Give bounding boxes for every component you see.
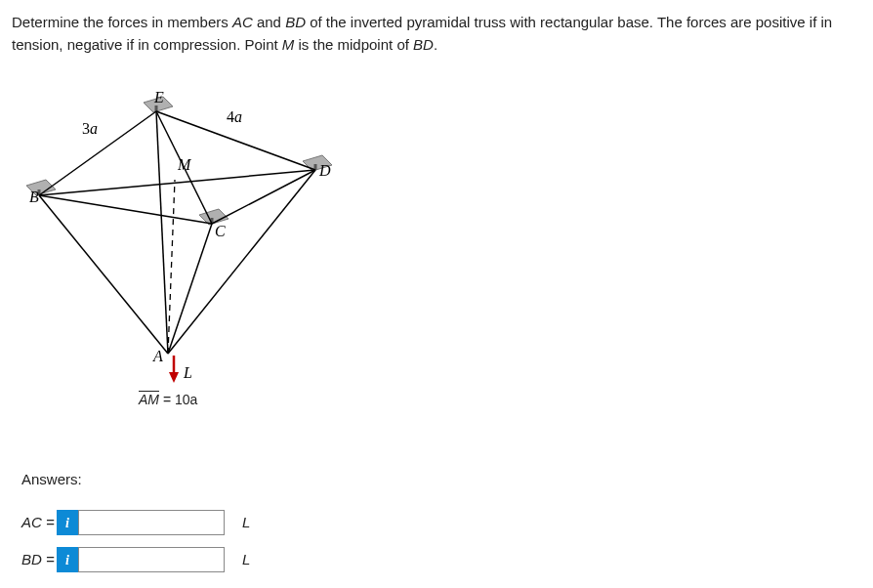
am-value: = 10a xyxy=(159,392,197,407)
text: . xyxy=(434,36,437,53)
svg-line-17 xyxy=(168,224,212,354)
answer-unit-ac: L xyxy=(242,512,250,534)
answer-unit-bd: L xyxy=(242,549,250,571)
answers-section: Answers: AC = i L BD = i L xyxy=(21,469,861,573)
problem-statement: Determine the forces in members AC and B… xyxy=(12,12,861,56)
text: and xyxy=(253,14,285,30)
label-A: A xyxy=(152,348,163,364)
label-L: L xyxy=(183,364,192,381)
answer-lhs-bd: BD = xyxy=(21,549,57,571)
svg-line-14 xyxy=(39,195,168,354)
info-icon[interactable]: i xyxy=(57,547,78,572)
answer-lhs-ac: AC = xyxy=(21,512,57,534)
truss-diagram: E B D M C A L 3a 4a AM = 10a xyxy=(21,75,861,410)
svg-line-16 xyxy=(168,170,315,354)
am-equation: AM = 10a xyxy=(139,390,861,410)
answer-row-bd: BD = i L xyxy=(21,547,861,572)
am-overline: AM xyxy=(139,392,159,407)
svg-line-15 xyxy=(156,111,168,354)
svg-line-11 xyxy=(39,195,212,224)
label-D: D xyxy=(318,162,331,179)
answer-input-ac[interactable] xyxy=(78,510,225,535)
var-m: M xyxy=(282,36,295,53)
label-E: E xyxy=(153,89,164,105)
answer-input-bd[interactable] xyxy=(78,547,225,572)
var-bd2: BD xyxy=(413,36,434,53)
text: is the midpoint of xyxy=(294,36,413,53)
info-icon[interactable]: i xyxy=(57,510,78,535)
label-4a: 4a xyxy=(227,108,242,125)
label-B: B xyxy=(29,189,39,205)
var-ac: AC xyxy=(232,14,253,30)
svg-line-8 xyxy=(39,111,156,195)
label-M: M xyxy=(177,156,192,173)
label-3a: 3a xyxy=(82,120,98,137)
var-bd: BD xyxy=(285,14,306,30)
answer-row-ac: AC = i L xyxy=(21,510,861,535)
text: Determine the forces in members xyxy=(12,14,232,30)
label-C: C xyxy=(215,223,226,239)
answers-heading: Answers: xyxy=(21,469,861,491)
svg-line-18 xyxy=(168,180,175,354)
svg-marker-20 xyxy=(169,372,179,383)
